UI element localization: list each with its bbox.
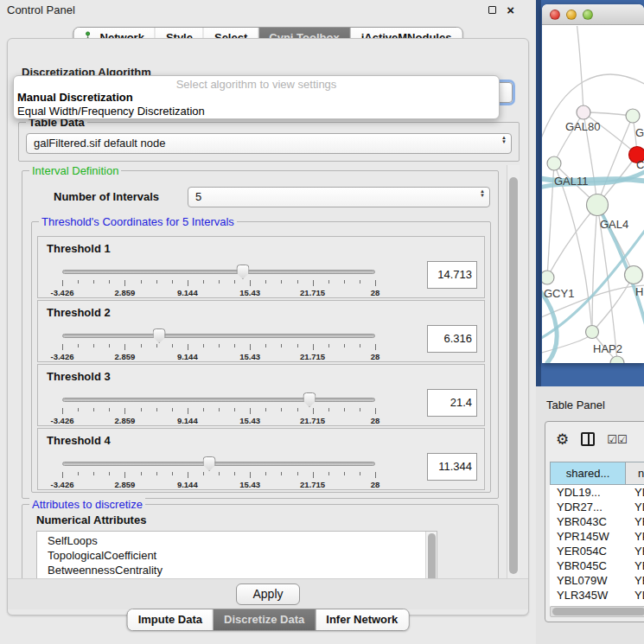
cell-name[interactable]: YBR0 xyxy=(626,558,644,573)
threshold-2-value-field[interactable]: 6.316 xyxy=(427,325,477,353)
cell-name[interactable]: YER0 xyxy=(626,544,644,558)
slider-tick xyxy=(297,344,298,348)
cell-shared-name[interactable]: YBR043C xyxy=(550,514,626,529)
threshold-3-slider-thumb[interactable] xyxy=(303,392,316,407)
split-columns-icon[interactable] xyxy=(581,432,595,446)
cell-shared-name[interactable]: YBR045C xyxy=(550,558,626,573)
table-row[interactable]: YLR345WYLR3 xyxy=(550,588,644,603)
table-row[interactable]: YER054CYER0 xyxy=(550,544,644,558)
cell-name[interactable]: YLR3 xyxy=(626,588,644,603)
threshold-4-slider[interactable]: -3.4262.8599.14415.4321.71528 xyxy=(62,462,375,489)
popup-option-equal-width-frequency[interactable]: Equal Width/Frequency Discretization xyxy=(14,105,499,118)
network-node-ga[interactable] xyxy=(626,109,640,123)
slider-tick xyxy=(188,408,188,414)
table-row[interactable]: YBL079WYBL0 xyxy=(550,573,644,588)
tab-impute-data[interactable]: Impute Data xyxy=(128,609,214,630)
threshold-3-slider[interactable]: -3.4262.8599.14415.4321.71528 xyxy=(62,398,375,425)
close-window-icon[interactable]: × xyxy=(507,6,514,15)
slider-tick xyxy=(124,408,125,414)
attribute-list-item[interactable]: SelfLoops xyxy=(48,533,437,548)
tab-infer-network[interactable]: Infer Network xyxy=(316,609,408,630)
slider-tick xyxy=(313,472,314,478)
slider-tick xyxy=(234,472,235,475)
slider-tick xyxy=(297,408,298,411)
network-node-h[interactable] xyxy=(625,266,643,284)
cell-name[interactable]: YBL0 xyxy=(626,573,644,588)
threshold-2-slider[interactable]: -3.4262.8599.14415.4321.71528 xyxy=(62,334,375,361)
attribute-list-item[interactable]: TopologicalCoefficient xyxy=(48,548,437,563)
network-node-gal4[interactable] xyxy=(587,194,609,216)
tab-discretize-data-label: Discretize Data xyxy=(224,613,304,626)
slider-track[interactable] xyxy=(62,462,375,466)
attributes-list-scrollbar[interactable] xyxy=(425,532,437,578)
table-horizontal-scrollbar[interactable] xyxy=(550,606,644,617)
gear-icon[interactable]: ⚙ xyxy=(556,430,569,448)
table-horizontal-scrollbar-thumb[interactable] xyxy=(552,608,644,615)
cell-name[interactable]: YPR1 xyxy=(626,529,644,544)
cell-shared-name[interactable]: YPR145W xyxy=(550,529,626,544)
network-window-titlebar[interactable] xyxy=(542,4,644,25)
slider-track[interactable] xyxy=(62,334,375,338)
column-header-name[interactable]: na xyxy=(626,462,644,485)
cell-shared-name[interactable]: YER054C xyxy=(550,544,626,558)
popup-option-manual-discretization[interactable]: Manual Discretization xyxy=(14,91,499,105)
network-node-gal80[interactable] xyxy=(577,105,590,119)
threshold-2-slider-thumb[interactable] xyxy=(153,328,166,343)
cell-name[interactable]: YDR2 xyxy=(626,500,644,514)
threshold-1-slider[interactable]: -3.4262.8599.14415.4321.71528 xyxy=(62,270,375,297)
table-row[interactable]: YDL19...YDL1 xyxy=(550,485,644,500)
frame-left-edge xyxy=(536,0,541,386)
float-window-icon[interactable] xyxy=(488,3,496,16)
cell-name[interactable]: YBR0 xyxy=(626,514,644,529)
table-row[interactable]: YBR045CYBR0 xyxy=(550,558,644,573)
minimize-traffic-light[interactable] xyxy=(566,10,577,20)
slider-tick xyxy=(172,472,173,475)
slider-tick-label: 9.144 xyxy=(177,416,198,425)
threshold-4-slider-thumb[interactable] xyxy=(203,456,216,471)
table-row[interactable]: YPR145WYPR1 xyxy=(550,529,644,544)
cyni-toolbox-panel: Discretization Algorithm ▲▼ Table Data g… xyxy=(7,38,529,615)
cell-shared-name[interactable]: YDR27... xyxy=(550,500,626,514)
slider-tick xyxy=(250,472,251,478)
cell-shared-name[interactable]: YBL079W xyxy=(550,573,626,588)
slider-track[interactable] xyxy=(62,398,375,402)
apply-button[interactable]: Apply xyxy=(236,583,299,605)
zoom-traffic-light[interactable] xyxy=(583,10,593,20)
slider-tick xyxy=(219,472,220,475)
settings-vertical-scrollbar[interactable] xyxy=(507,165,520,578)
network-node-gal11[interactable] xyxy=(547,156,561,170)
numerical-attributes-label: Numerical Attributes xyxy=(36,513,146,526)
slider-track[interactable] xyxy=(62,270,375,274)
number-of-intervals-label: Number of Intervals xyxy=(54,190,159,203)
cell-shared-name[interactable]: YLR345W xyxy=(550,588,626,603)
threshold-1-slider-thumb[interactable] xyxy=(236,265,249,279)
network-edge xyxy=(592,205,597,332)
table-row[interactable]: YBR043CYBR0 xyxy=(550,514,644,529)
threshold-3-value-field[interactable]: 21.4 xyxy=(427,389,477,417)
numerical-attributes-list[interactable]: SelfLoopsTopologicalCoefficientBetweenne… xyxy=(36,531,437,578)
select-columns-icon[interactable]: ☑☑ xyxy=(607,433,627,446)
slider-tick xyxy=(375,472,376,478)
network-canvas[interactable]: GAL80GACGAL11GAL4GCY1HHAP2 xyxy=(542,26,644,363)
slider-tick-label: 15.43 xyxy=(239,352,260,361)
network-node-gcy1[interactable] xyxy=(542,271,554,284)
network-node-hap2[interactable] xyxy=(586,326,599,339)
table-data-combobox[interactable]: galFiltered.sif default node ▲▼ xyxy=(26,133,512,154)
number-of-intervals-combobox[interactable]: 5 ▲▼ xyxy=(188,187,490,207)
cell-name[interactable]: YDL1 xyxy=(626,485,644,500)
threshold-2-panel: Threshold 2-3.4262.8599.14415.4321.71528… xyxy=(37,300,485,362)
close-traffic-light[interactable] xyxy=(550,10,560,20)
cell-shared-name[interactable]: YDL19... xyxy=(550,485,626,500)
table-panel-area: Table Panel ⚙ ☑☑ shared... na YDL19...YD… xyxy=(536,386,644,644)
tab-discretize-data[interactable]: Discretize Data xyxy=(214,609,316,630)
slider-tick xyxy=(281,280,282,284)
settings-vertical-scrollbar-thumb[interactable] xyxy=(509,177,518,574)
column-header-shared-name[interactable]: shared... xyxy=(550,462,626,485)
attributes-list-scrollbar-thumb[interactable] xyxy=(428,533,436,578)
table-row[interactable]: YDR27...YDR2 xyxy=(550,500,644,514)
threshold-4-value-field[interactable]: 11.344 xyxy=(427,453,477,481)
attribute-list-item[interactable]: BetweennessCentrality xyxy=(48,563,437,577)
threshold-1-value-field[interactable]: 14.713 xyxy=(427,261,477,289)
tab-infer-network-label: Infer Network xyxy=(326,613,398,626)
slider-tick xyxy=(281,472,282,475)
